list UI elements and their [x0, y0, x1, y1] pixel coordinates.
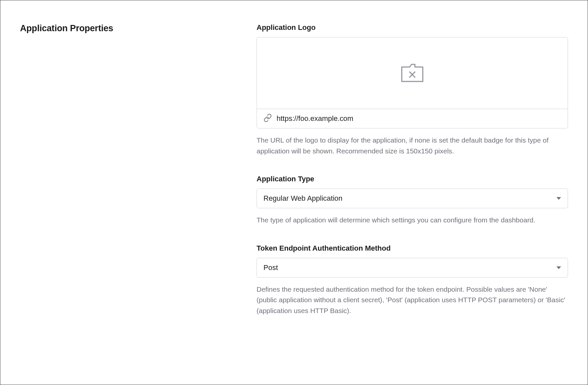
chevron-down-icon: [556, 197, 561, 200]
field-application-type: Application Type Regular Web Application…: [257, 175, 568, 226]
link-icon: [263, 114, 272, 124]
logo-preview-area[interactable]: [257, 37, 568, 109]
application-type-help: The type of application will determine w…: [257, 215, 568, 226]
auth-method-select[interactable]: Post: [257, 258, 568, 278]
logo-box: [257, 37, 568, 128]
application-type-label: Application Type: [257, 175, 568, 183]
application-type-select[interactable]: Regular Web Application: [257, 189, 568, 208]
logo-url-input[interactable]: [277, 114, 561, 123]
application-type-value: Regular Web Application: [263, 194, 343, 203]
folder-x-icon: [400, 62, 424, 84]
auth-method-label: Token Endpoint Authentication Method: [257, 244, 568, 253]
auth-method-value: Post: [263, 263, 278, 272]
application-logo-help: The URL of the logo to display for the a…: [257, 135, 568, 156]
auth-method-help: Defines the requested authentication met…: [257, 284, 568, 316]
settings-panel: Application Properties Application Logo: [0, 0, 588, 385]
field-auth-method: Token Endpoint Authentication Method Pos…: [257, 244, 568, 316]
field-application-logo: Application Logo: [257, 23, 568, 156]
settings-container: Application Properties Application Logo: [20, 23, 568, 316]
section-heading-column: Application Properties: [20, 23, 243, 316]
chevron-down-icon: [556, 266, 561, 269]
section-title: Application Properties: [20, 23, 243, 34]
application-logo-label: Application Logo: [257, 23, 568, 32]
logo-url-row: [257, 109, 568, 128]
fields-column: Application Logo: [257, 23, 568, 316]
